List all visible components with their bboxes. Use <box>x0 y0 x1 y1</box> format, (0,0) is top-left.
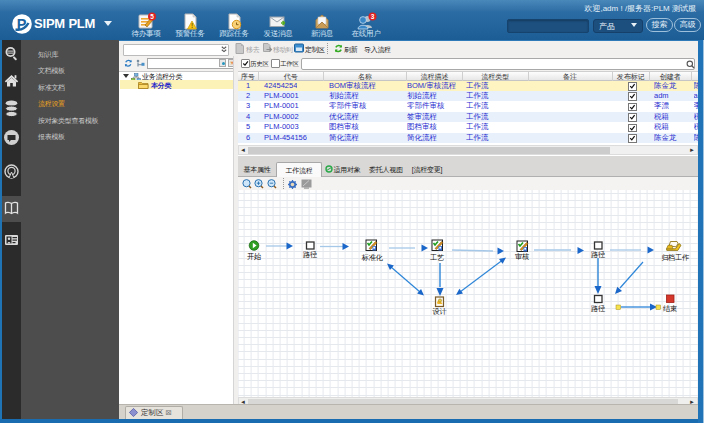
svg-text:设计: 设计 <box>433 307 447 316</box>
svg-text:!: ! <box>191 22 193 29</box>
svg-text:工艺: 工艺 <box>430 253 444 262</box>
svg-text:标准化: 标准化 <box>361 253 384 262</box>
svg-text:P: P <box>17 16 27 32</box>
svg-text:5: 5 <box>150 13 154 20</box>
svg-text:路径: 路径 <box>591 304 605 313</box>
svg-text:归档工作: 归档工作 <box>661 253 690 262</box>
svg-text:开始: 开始 <box>247 252 262 261</box>
svg-text:审核: 审核 <box>515 252 529 261</box>
svg-text:路径: 路径 <box>303 250 317 259</box>
svg-text:路径: 路径 <box>591 250 605 259</box>
svg-text:结束: 结束 <box>663 304 677 313</box>
svg-text:3: 3 <box>371 13 375 20</box>
